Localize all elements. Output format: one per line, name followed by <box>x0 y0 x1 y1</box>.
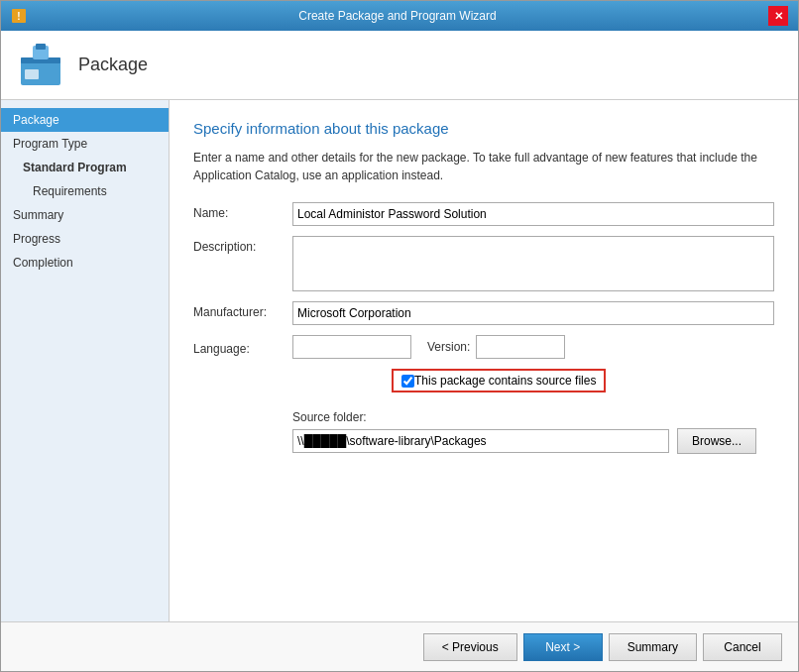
version-input[interactable] <box>476 335 565 359</box>
source-files-checkbox-container: This package contains source files <box>392 369 606 392</box>
browse-button[interactable]: Browse... <box>677 428 756 454</box>
manufacturer-label: Manufacturer: <box>193 301 292 319</box>
sidebar-item-summary[interactable]: Summary <box>1 203 169 227</box>
source-folder-label: Source folder: <box>292 410 774 424</box>
sidebar-item-progress[interactable]: Progress <box>1 227 169 251</box>
name-input[interactable] <box>292 202 774 226</box>
manufacturer-input[interactable] <box>292 301 774 325</box>
header-title: Package <box>78 55 148 75</box>
svg-rect-5 <box>36 44 46 50</box>
title-bar: ! Create Package and Program Wizard ✕ <box>1 1 798 31</box>
summary-button[interactable]: Summary <box>609 633 697 661</box>
source-folder-section: Source folder: Browse... <box>292 410 774 454</box>
previous-button[interactable]: < Previous <box>423 633 517 661</box>
window-icon: ! <box>11 8 27 24</box>
sidebar-item-requirements[interactable]: Requirements <box>1 179 169 203</box>
next-button[interactable]: Next > <box>523 633 603 661</box>
name-label: Name: <box>193 202 292 220</box>
manufacturer-row: Manufacturer: <box>193 301 774 325</box>
package-icon <box>17 42 64 89</box>
description-row: Description: <box>193 236 774 291</box>
svg-text:!: ! <box>17 11 20 22</box>
wizard-header: Package <box>1 31 798 100</box>
checkbox-container-wrapper: This package contains source files <box>292 369 774 400</box>
language-version-row: Language: Version: <box>193 335 774 359</box>
language-input[interactable] <box>292 335 411 359</box>
cancel-button[interactable]: Cancel <box>703 633 782 661</box>
language-label: Language: <box>193 338 292 356</box>
close-button[interactable]: ✕ <box>768 6 788 26</box>
wizard-footer: < Previous Next > Summary Cancel <box>1 621 798 671</box>
main-content: Specify information about this package E… <box>170 100 798 621</box>
main-title: Specify information about this package <box>193 120 774 137</box>
source-files-label: This package contains source files <box>414 374 596 388</box>
window-title: Create Package and Program Wizard <box>27 9 768 23</box>
sidebar-item-completion[interactable]: Completion <box>1 251 169 275</box>
source-folder-input[interactable] <box>292 429 669 453</box>
description-label: Description: <box>193 236 292 254</box>
source-files-checkbox[interactable] <box>401 375 414 388</box>
wizard-window: ! Create Package and Program Wizard ✕ Pa… <box>0 0 799 672</box>
sidebar: Package Program Type Standard Program Re… <box>1 100 170 621</box>
sidebar-item-standard-program[interactable]: Standard Program <box>1 156 169 179</box>
content-area: Package Program Type Standard Program Re… <box>1 100 798 621</box>
description-input[interactable] <box>292 236 774 291</box>
version-label: Version: <box>427 340 470 354</box>
source-folder-input-row: Browse... <box>292 428 774 454</box>
svg-rect-6 <box>25 69 39 79</box>
description-text: Enter a name and other details for the n… <box>193 149 774 184</box>
sidebar-item-package[interactable]: Package <box>1 108 169 132</box>
name-row: Name: <box>193 202 774 226</box>
sidebar-item-program-type[interactable]: Program Type <box>1 132 169 156</box>
